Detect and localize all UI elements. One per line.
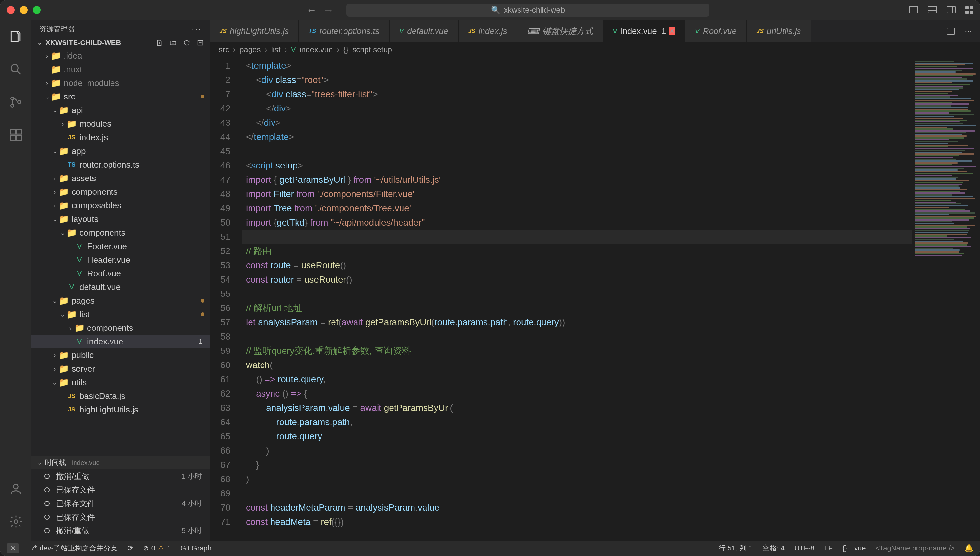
remote-button[interactable]: ⨯ [7, 543, 19, 553]
code-content[interactable]: <template> <div class="root"> <div class… [242, 57, 912, 541]
command-center[interactable]: 🔍 xkwsite-child-web [346, 3, 709, 16]
timeline-item[interactable]: 撤消/重做1 小时 [31, 469, 210, 483]
tree-item[interactable]: Vindex.vue1 [31, 335, 210, 348]
new-folder-icon[interactable] [170, 39, 176, 46]
tree-item[interactable]: Vdefault.vue [31, 280, 210, 294]
tree-item[interactable]: VRoof.vue [31, 267, 210, 280]
tree-item-label: api [72, 105, 204, 115]
svg-point-3 [18, 100, 21, 103]
tab-label: highLightUtils.js [230, 26, 289, 36]
tree-item-label: utils [72, 377, 204, 388]
layout-panel-icon[interactable] [928, 6, 937, 13]
svg-rect-5 [16, 129, 21, 134]
layout-sidebar-left-icon[interactable] [909, 6, 918, 13]
tree-item[interactable]: ⌄📁pages [31, 294, 210, 307]
tab-more[interactable]: ··· [965, 26, 972, 36]
editor-tab[interactable]: JSindex.js [459, 20, 517, 42]
branch-button[interactable]: ⎇dev-子站重构之合并分支 [29, 543, 118, 553]
window-minimize[interactable] [20, 6, 27, 14]
tab-close[interactable]: ✕ [669, 27, 675, 35]
folder-icon: 📁 [51, 92, 61, 102]
tree-item[interactable]: ⌄📁layouts [31, 212, 210, 226]
minimap[interactable] [912, 59, 980, 541]
encoding-button[interactable]: UTF-8 [794, 544, 814, 553]
explorer-more[interactable]: ··· [192, 25, 202, 33]
tab-label: index.vue [621, 26, 657, 36]
new-file-icon[interactable] [156, 39, 163, 46]
window-maximize[interactable] [33, 6, 40, 14]
file-type-icon: TS [309, 28, 316, 35]
tree-item-label: router.options.ts [79, 160, 204, 170]
timeline-item[interactable]: 已保存文件 [31, 483, 210, 497]
collapse-icon[interactable] [197, 39, 204, 46]
tree-item[interactable]: ›📁node_modules [31, 76, 210, 90]
notifications[interactable]: 🔔 [964, 544, 973, 553]
layout-sidebar-right-icon[interactable] [947, 6, 956, 13]
nav-forward[interactable]: → [323, 4, 333, 16]
tree-item[interactable]: ⌄📁src [31, 90, 210, 103]
tree-item[interactable]: ⌄📁api [31, 103, 210, 117]
tree-item[interactable]: ⌄📁app [31, 144, 210, 158]
git-graph-button[interactable]: Git Graph [181, 544, 211, 553]
editor-tab[interactable]: JShighLightUtils.js [210, 20, 299, 42]
editor-tab[interactable]: Vindex.vue1✕ [603, 20, 685, 42]
editor-tab[interactable]: VRoof.vue [685, 20, 747, 42]
tree-item[interactable]: ⌄📁components [31, 226, 210, 239]
tree-item-label: assets [72, 173, 204, 183]
tree-item[interactable]: ›📁server [31, 362, 210, 375]
tree-item[interactable]: JShighLightUtils.js [31, 403, 210, 416]
timeline-item[interactable]: 撤消/重做5 小时 [31, 524, 210, 538]
timeline-header[interactable]: ⌄ 时间线 index.vue [31, 456, 210, 469]
tree-item-label: basicData.js [79, 391, 204, 401]
editor-tab[interactable]: JSurlUtils.js [747, 20, 811, 42]
tree-item[interactable]: JSindex.js [31, 131, 210, 144]
tree-item[interactable]: JSbasicData.js [31, 389, 210, 403]
timeline-item[interactable]: 已保存文件4 小时 [31, 497, 210, 510]
activity-explorer[interactable] [9, 29, 23, 46]
activity-account[interactable] [9, 482, 23, 498]
tree-item[interactable]: VFooter.vue [31, 239, 210, 253]
sync-button[interactable]: ⟳ [127, 544, 133, 553]
split-editor-icon[interactable] [947, 27, 955, 35]
project-header[interactable]: ⌄ XKWSITE-CHILD-WEB [31, 37, 210, 49]
eol-button[interactable]: LF [824, 544, 833, 553]
window-close[interactable] [7, 6, 15, 14]
tree-item[interactable]: TSrouter.options.ts [31, 158, 210, 171]
editor-tab[interactable]: TSrouter.options.ts [299, 20, 389, 42]
tree-item[interactable]: VHeader.vue [31, 253, 210, 267]
activity-extensions[interactable] [9, 128, 23, 144]
problems-button[interactable]: ⊘0 ⚠1 [143, 544, 171, 553]
activity-search[interactable] [9, 62, 23, 79]
tree-item[interactable]: ›📁.idea [31, 49, 210, 63]
editor-tab[interactable]: Vdefault.vue [390, 20, 459, 42]
tree-item[interactable]: ›📁public [31, 348, 210, 362]
breadcrumbs[interactable]: src› pages› list› V index.vue› {} script… [210, 42, 980, 57]
activity-scm[interactable] [9, 95, 23, 112]
tree-item[interactable]: ›📁components [31, 185, 210, 199]
editor-tab[interactable]: ⌨键盘快捷方式 [517, 20, 603, 42]
nav-back[interactable]: ← [306, 4, 317, 16]
tree-item[interactable]: ⌄📁list [31, 307, 210, 321]
refresh-icon[interactable] [183, 39, 190, 46]
tree-item[interactable]: 📁.nuxt [31, 63, 210, 76]
tree-item[interactable]: ⌄📁utils [31, 375, 210, 389]
activity-settings[interactable] [9, 514, 23, 531]
tree-item[interactable]: ›📁assets [31, 171, 210, 185]
ts-icon: TS [66, 162, 77, 168]
svg-point-8 [14, 484, 18, 489]
editor-tabs: JShighLightUtils.jsTSrouter.options.tsVd… [210, 20, 980, 42]
tree-item[interactable]: ›📁components [31, 321, 210, 335]
folder-icon: 📁 [59, 214, 69, 224]
editor[interactable]: 1274243444546474849505152535455565758596… [210, 57, 980, 541]
status-bar: ⨯ ⎇dev-子站重构之合并分支 ⟳ ⊘0 ⚠1 Git Graph 行 51,… [0, 541, 980, 556]
cursor-position[interactable]: 行 51, 列 1 [718, 543, 752, 553]
language-button[interactable]: {} vue [842, 544, 865, 553]
tree-item-label: .nuxt [64, 65, 204, 74]
tree-item[interactable]: ›📁composables [31, 199, 210, 212]
tree-item[interactable]: ›📁modules [31, 117, 210, 131]
vue-icon: V [66, 283, 77, 291]
traffic-lights [7, 6, 40, 14]
indent-button[interactable]: 空格: 4 [763, 543, 784, 553]
layout-grid-icon[interactable] [965, 6, 973, 14]
timeline-item[interactable]: 已保存文件 [31, 510, 210, 524]
